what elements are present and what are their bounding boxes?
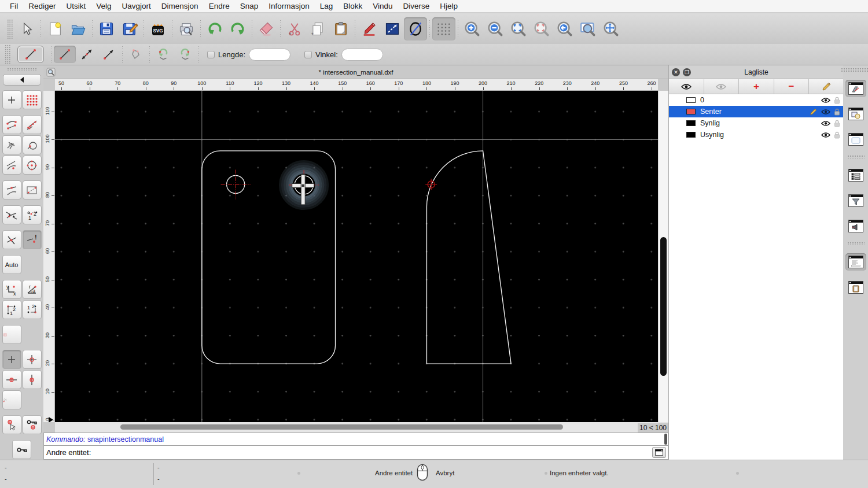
snap-grid-button[interactable] <box>23 90 42 109</box>
redo-button[interactable] <box>226 17 249 40</box>
menu-informasjon[interactable]: Informasjon <box>263 2 315 10</box>
undo-segment-button[interactable] <box>152 46 174 63</box>
undo-button[interactable] <box>203 17 226 40</box>
zoom-auto-button[interactable] <box>507 17 530 40</box>
line-arrow-button[interactable] <box>98 46 120 63</box>
grid-toggle-button[interactable] <box>432 17 455 40</box>
layer-row-usynlig[interactable]: Usynlig <box>669 129 844 141</box>
eye-icon[interactable] <box>821 97 830 103</box>
snap-tangent-button[interactable] <box>2 135 21 154</box>
hide-all-layers-button[interactable] <box>704 79 740 94</box>
menu-vindu[interactable]: Vindu <box>367 2 398 10</box>
command-line-panel-button[interactable] <box>845 253 866 271</box>
menu-hjelp[interactable]: Hjelp <box>435 2 463 10</box>
menu-endre[interactable]: Endre <box>204 2 235 10</box>
set-relative-zero-button[interactable] <box>12 440 31 459</box>
menu-dimensjon[interactable]: Dimensjon <box>156 2 204 10</box>
distance-point-1-button[interactable]: 12 <box>2 300 21 319</box>
snap-nearest-button[interactable] <box>2 156 21 175</box>
eye-icon[interactable] <box>821 132 830 138</box>
snap-middle-button[interactable] <box>2 180 21 199</box>
coords-cartesian-button[interactable]: yx <box>2 280 21 299</box>
panel-float-icon[interactable]: ❐ <box>683 68 691 76</box>
toolbar-drag-handle[interactable] <box>7 19 13 39</box>
menu-snap[interactable]: Snap <box>235 2 264 10</box>
polyline-button[interactable] <box>125 46 147 63</box>
angle-gauge-button[interactable] <box>2 390 21 409</box>
snap-free-button[interactable] <box>2 90 21 109</box>
dock-drag-handle[interactable] <box>841 68 868 72</box>
announce-panel-button[interactable] <box>845 217 866 235</box>
save-button[interactable] <box>95 17 118 40</box>
layer-row-senter[interactable]: Senter <box>669 106 844 117</box>
snap-circle-button[interactable] <box>23 135 42 154</box>
filter-panel-button[interactable] <box>845 192 866 209</box>
snap-intersection-manual-button[interactable]: ! <box>23 230 42 249</box>
open-file-button[interactable] <box>67 17 90 40</box>
command-history[interactable]: Kommando: snapintersectionmanual <box>43 432 668 446</box>
snap-on-entity-button[interactable] <box>23 115 42 134</box>
command-history-scrollbar[interactable] <box>664 434 667 445</box>
lock-icon[interactable] <box>834 97 840 104</box>
remove-layer-button[interactable]: − <box>774 79 810 94</box>
layer-row-synlig[interactable]: Synlig <box>669 117 844 129</box>
copy-button[interactable]: + <box>306 17 329 40</box>
cut-button[interactable]: + <box>283 17 306 40</box>
pen-settings-panel-button[interactable] <box>845 80 866 97</box>
document-titlebar[interactable]: * intersection_manual.dxf <box>43 65 668 79</box>
pick-relative-zero-button[interactable] <box>2 415 21 434</box>
line-double-arrow-button[interactable] <box>76 46 98 63</box>
snap-distance-button[interactable] <box>23 180 42 199</box>
lock-relative-zero-button[interactable] <box>23 415 42 434</box>
restrict-horizontal-button[interactable] <box>2 370 21 389</box>
clipboard-panel-button[interactable] <box>845 279 866 296</box>
redo-segment-button[interactable] <box>174 46 196 63</box>
lock-icon[interactable] <box>834 120 840 127</box>
layer-row-0[interactable]: 0 <box>669 94 844 106</box>
length-checkbox[interactable] <box>207 51 215 58</box>
new-document-button[interactable] <box>43 17 67 40</box>
menu-lag[interactable]: Lag <box>315 2 339 10</box>
restrict-action-button[interactable] <box>2 325 21 344</box>
restrict-orthogonal-button[interactable] <box>23 350 42 369</box>
back-button[interactable] <box>3 74 41 86</box>
menu-utsikt[interactable]: Utsikt <box>61 2 91 10</box>
snap-endpoints-button[interactable] <box>2 115 21 134</box>
restrict-vertical-button[interactable] <box>23 370 42 389</box>
paste-button[interactable] <box>329 17 352 40</box>
draft-mode-button[interactable] <box>404 17 427 40</box>
menu-blokk[interactable]: Blokk <box>338 2 367 10</box>
menu-rediger[interactable]: Rediger <box>23 2 61 10</box>
coords-polar-button[interactable]: ra <box>23 280 42 299</box>
length-input[interactable] <box>249 49 290 61</box>
snap-intersection-1-button[interactable] <box>2 205 21 224</box>
horizontal-scrollbar-thumb[interactable] <box>120 424 563 430</box>
show-all-layers-button[interactable] <box>669 79 704 94</box>
zoom-out-button[interactable] <box>484 17 507 40</box>
auto-snap-button[interactable]: Auto <box>2 255 21 274</box>
line-two-points-button[interactable] <box>54 46 76 63</box>
eye-icon[interactable] <box>821 120 830 127</box>
zoom-back-button[interactable] <box>553 17 576 40</box>
vertical-scrollbar-thumb[interactable] <box>660 237 667 376</box>
zoom-pan-button[interactable] <box>599 17 623 40</box>
delete-button[interactable] <box>255 17 278 40</box>
zoom-window-button[interactable] <box>576 17 599 40</box>
select-pointer-button[interactable] <box>15 17 38 40</box>
print-preview-button[interactable] <box>175 17 198 40</box>
panel-close-icon[interactable]: ✕ <box>672 68 680 76</box>
menu-velg[interactable]: Velg <box>91 2 116 10</box>
pen-attributes-button[interactable] <box>358 17 381 40</box>
toolbar-drag-handle[interactable] <box>5 45 10 64</box>
svg-export-button[interactable]: SVG <box>146 17 170 40</box>
vertical-scrollbar[interactable] <box>658 91 668 422</box>
snap-center-button[interactable] <box>23 156 42 175</box>
lock-icon[interactable] <box>834 108 840 116</box>
restrict-nothing-button[interactable] <box>2 350 21 369</box>
eye-icon[interactable] <box>821 109 830 115</box>
shapes-panel-button[interactable] <box>845 105 866 123</box>
zoom-previous-button[interactable] <box>530 17 553 40</box>
lock-icon[interactable] <box>834 131 840 139</box>
angle-input[interactable] <box>341 49 383 61</box>
command-keycode-toggle-button[interactable] <box>652 447 666 458</box>
